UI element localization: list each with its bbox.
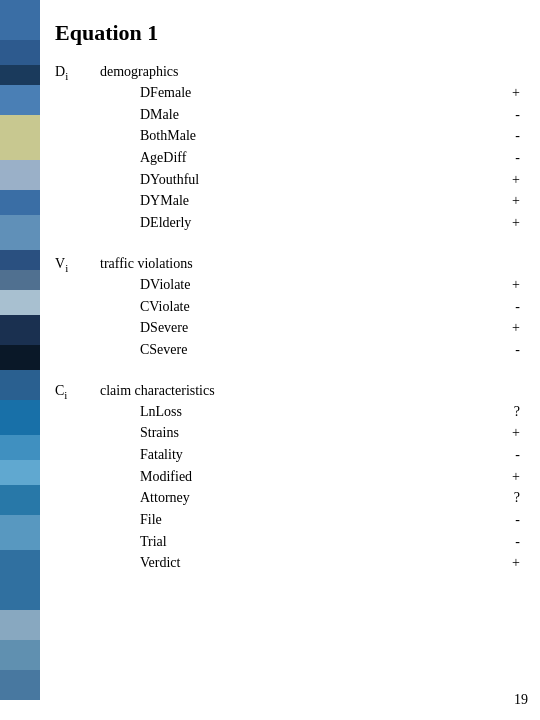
color-segment — [0, 370, 40, 400]
item-sign: - — [500, 104, 520, 126]
table-row: Trial- — [140, 531, 520, 553]
item-name: Trial — [140, 531, 260, 553]
item-sign: - — [500, 125, 520, 147]
color-segment — [0, 0, 40, 40]
item-sign: - — [500, 147, 520, 169]
color-segment — [0, 270, 40, 290]
item-name: Verdict — [140, 552, 260, 574]
item-sign: ? — [500, 401, 520, 423]
items-table: DViolate+CViolate-DSevere+CSevere- — [140, 274, 520, 361]
color-segment — [0, 400, 40, 435]
equation-section: DidemographicsDFemale+DMale-BothMale-Age… — [55, 64, 520, 234]
section-content: claim characteristicsLnLoss?Strains+Fata… — [100, 383, 520, 575]
item-name: File — [140, 509, 260, 531]
equation-section: Ciclaim characteristicsLnLoss?Strains+Fa… — [55, 383, 520, 575]
color-segment — [0, 345, 40, 370]
page-title: Equation 1 — [55, 20, 520, 46]
color-segment — [0, 610, 40, 640]
item-name: CViolate — [140, 296, 260, 318]
color-segment — [0, 315, 40, 345]
item-name: DElderly — [140, 212, 260, 234]
color-segment — [0, 160, 40, 190]
table-row: Strains+ — [140, 422, 520, 444]
table-row: DSevere+ — [140, 317, 520, 339]
items-table: DFemale+DMale-BothMale-AgeDiff-DYouthful… — [140, 82, 520, 234]
variable-label: Di — [55, 64, 100, 82]
color-segment — [0, 40, 40, 65]
item-sign: + — [500, 422, 520, 444]
item-sign: + — [500, 190, 520, 212]
item-sign: + — [500, 317, 520, 339]
item-name: DSevere — [140, 317, 260, 339]
equation-section: Vitraffic violationsDViolate+CViolate-DS… — [55, 256, 520, 361]
item-name: AgeDiff — [140, 147, 260, 169]
section-content: traffic violationsDViolate+CViolate-DSev… — [100, 256, 520, 361]
item-sign: + — [500, 169, 520, 191]
item-sign: + — [500, 552, 520, 574]
item-name: DFemale — [140, 82, 260, 104]
table-row: DYMale+ — [140, 190, 520, 212]
main-content: Equation 1 DidemographicsDFemale+DMale-B… — [55, 20, 520, 700]
item-name: Fatality — [140, 444, 260, 466]
color-segment — [0, 85, 40, 115]
item-sign: - — [500, 509, 520, 531]
item-sign: ? — [500, 487, 520, 509]
variable-label: Vi — [55, 256, 100, 274]
table-row: LnLoss? — [140, 401, 520, 423]
color-segment — [0, 65, 40, 85]
table-row: Verdict+ — [140, 552, 520, 574]
table-row: File- — [140, 509, 520, 531]
table-row: DMale- — [140, 104, 520, 126]
items-table: LnLoss?Strains+Fatality-Modified+Attorne… — [140, 401, 520, 575]
section-content: demographicsDFemale+DMale-BothMale-AgeDi… — [100, 64, 520, 234]
item-name: Modified — [140, 466, 260, 488]
color-segment — [0, 115, 40, 160]
color-segment — [0, 190, 40, 215]
color-segment — [0, 550, 40, 610]
item-name: CSevere — [140, 339, 260, 361]
color-segment — [0, 640, 40, 670]
item-sign: + — [500, 82, 520, 104]
page-number: 19 — [514, 692, 528, 708]
table-row: DViolate+ — [140, 274, 520, 296]
color-segment — [0, 435, 40, 460]
table-row: Fatality- — [140, 444, 520, 466]
table-row: AgeDiff- — [140, 147, 520, 169]
table-row: DYouthful+ — [140, 169, 520, 191]
item-name: BothMale — [140, 125, 260, 147]
color-segment — [0, 670, 40, 700]
color-segment — [0, 460, 40, 485]
variable-label: Ci — [55, 383, 100, 401]
item-name: DMale — [140, 104, 260, 126]
table-row: CSevere- — [140, 339, 520, 361]
item-name: Strains — [140, 422, 260, 444]
color-segment — [0, 290, 40, 315]
section-header: demographics — [100, 64, 520, 80]
item-sign: + — [500, 274, 520, 296]
item-sign: - — [500, 296, 520, 318]
item-sign: - — [500, 339, 520, 361]
item-name: DViolate — [140, 274, 260, 296]
color-segment — [0, 485, 40, 515]
table-row: BothMale- — [140, 125, 520, 147]
section-header: traffic violations — [100, 256, 520, 272]
item-name: DYMale — [140, 190, 260, 212]
color-segment — [0, 515, 40, 550]
item-name: Attorney — [140, 487, 260, 509]
color-bar — [0, 0, 40, 720]
table-row: DElderly+ — [140, 212, 520, 234]
table-row: CViolate- — [140, 296, 520, 318]
item-sign: + — [500, 212, 520, 234]
table-row: Modified+ — [140, 466, 520, 488]
color-segment — [0, 250, 40, 270]
section-header: claim characteristics — [100, 383, 520, 399]
color-segment — [0, 215, 40, 250]
item-name: LnLoss — [140, 401, 260, 423]
item-sign: - — [500, 531, 520, 553]
item-sign: - — [500, 444, 520, 466]
item-name: DYouthful — [140, 169, 260, 191]
table-row: Attorney? — [140, 487, 520, 509]
item-sign: + — [500, 466, 520, 488]
table-row: DFemale+ — [140, 82, 520, 104]
